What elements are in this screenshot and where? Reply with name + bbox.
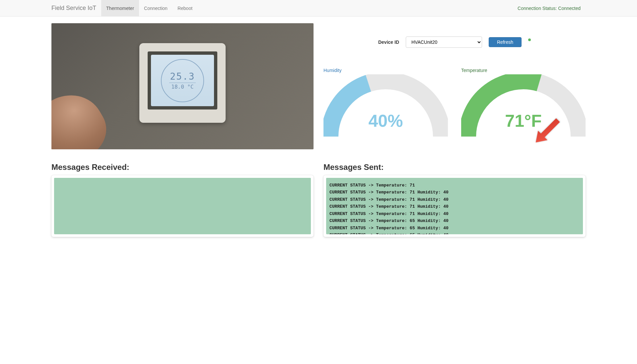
refresh-button[interactable]: Refresh bbox=[489, 37, 522, 47]
messages-received-box[interactable] bbox=[54, 178, 311, 234]
navbar: Field Service IoT Thermometer Connection… bbox=[0, 0, 637, 17]
nav-tabs: Thermometer Connection Reboot bbox=[101, 0, 197, 16]
main-container: 25.3 18.0 °C Device ID HVACUnit20 Refres… bbox=[46, 17, 591, 244]
message-line: CURRENT STATUS -> Temperature: 71 Humidi… bbox=[329, 196, 580, 203]
device-id-select[interactable]: HVACUnit20 bbox=[406, 36, 482, 48]
messages-sent-panel: CURRENT STATUS -> Temperature: 71CURRENT… bbox=[323, 175, 586, 237]
status-dot-icon bbox=[528, 38, 531, 41]
humidity-label: Humidity bbox=[323, 68, 448, 73]
connection-status: Connection Status: Connected bbox=[513, 6, 586, 11]
messages-received-panel bbox=[51, 175, 314, 237]
messages-sent-col: Messages Sent: CURRENT STATUS -> Tempera… bbox=[323, 163, 586, 237]
messages-row: Messages Received: Messages Sent: CURREN… bbox=[51, 163, 586, 237]
tab-connection[interactable]: Connection bbox=[139, 0, 173, 16]
thermostat-sub-reading: 18.0 °C bbox=[171, 84, 193, 90]
message-line: CURRENT STATUS -> Temperature: 71 Humidi… bbox=[329, 210, 580, 217]
temperature-value: 71°F bbox=[461, 111, 586, 131]
humidity-gauge: 40% bbox=[323, 74, 448, 131]
thermostat-image-col: 25.3 18.0 °C bbox=[51, 23, 314, 149]
gauges-row: Humidity 40% Temperature bbox=[323, 68, 586, 131]
messages-sent-title: Messages Sent: bbox=[323, 163, 586, 172]
message-line: CURRENT STATUS -> Temperature: 71 Humidi… bbox=[329, 189, 580, 196]
messages-received-title: Messages Received: bbox=[51, 163, 314, 172]
humidity-gauge-block: Humidity 40% bbox=[323, 68, 448, 131]
message-line: CURRENT STATUS -> Temperature: 65 Humidi… bbox=[329, 232, 580, 234]
message-line: CURRENT STATUS -> Temperature: 71 Humidi… bbox=[329, 203, 580, 210]
device-panel: Device ID HVACUnit20 Refresh Humidity bbox=[323, 23, 586, 149]
humidity-value: 40% bbox=[323, 111, 448, 131]
temperature-label: Temperature bbox=[461, 68, 586, 73]
tab-thermometer[interactable]: Thermometer bbox=[101, 0, 139, 16]
device-id-label: Device ID bbox=[378, 39, 399, 45]
message-line: CURRENT STATUS -> Temperature: 65 Humidi… bbox=[329, 217, 580, 224]
messages-sent-box[interactable]: CURRENT STATUS -> Temperature: 71CURRENT… bbox=[326, 178, 583, 234]
thermostat-photo: 25.3 18.0 °C bbox=[51, 23, 314, 149]
messages-received-col: Messages Received: bbox=[51, 163, 314, 237]
tab-reboot[interactable]: Reboot bbox=[173, 0, 197, 16]
temperature-gauge-block: Temperature 71°F bbox=[461, 68, 586, 131]
thermostat-screen: 25.3 18.0 °C bbox=[151, 55, 214, 106]
thermostat-device: 25.3 18.0 °C bbox=[139, 43, 226, 123]
temperature-gauge: 71°F bbox=[461, 74, 586, 131]
message-line: CURRENT STATUS -> Temperature: 65 Humidi… bbox=[329, 225, 580, 232]
message-line: CURRENT STATUS -> Temperature: 71 bbox=[329, 182, 580, 189]
navbar-brand: Field Service IoT bbox=[51, 5, 101, 12]
finger-illustration bbox=[51, 82, 116, 149]
thermostat-main-reading: 25.3 bbox=[170, 71, 195, 82]
device-controls: Device ID HVACUnit20 Refresh bbox=[323, 36, 586, 48]
